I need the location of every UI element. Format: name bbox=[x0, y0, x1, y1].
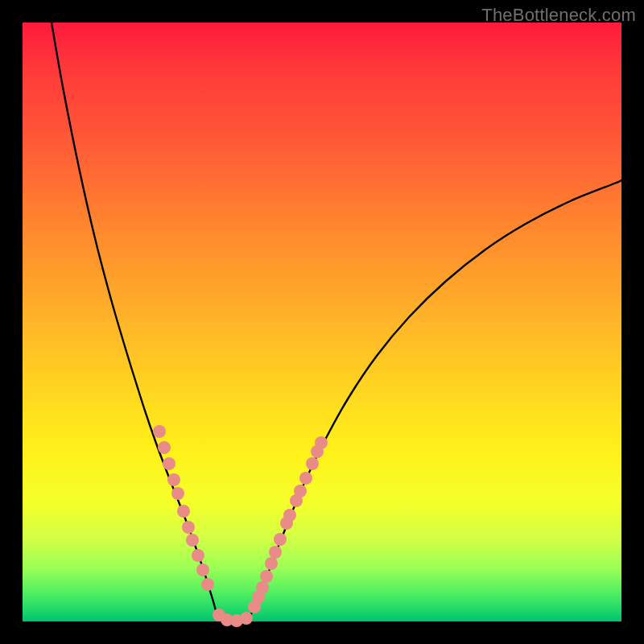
data-point bbox=[283, 509, 296, 522]
data-point bbox=[274, 533, 287, 546]
data-point bbox=[171, 487, 184, 500]
dots-group bbox=[153, 425, 328, 627]
data-point bbox=[201, 578, 214, 591]
data-point bbox=[196, 564, 209, 576]
data-point bbox=[256, 581, 269, 594]
data-point bbox=[294, 485, 307, 497]
data-point bbox=[186, 534, 199, 547]
data-point bbox=[182, 521, 195, 534]
data-point bbox=[158, 441, 171, 454]
data-point bbox=[265, 557, 278, 570]
data-point bbox=[269, 546, 282, 559]
data-point bbox=[192, 549, 204, 562]
bottleneck-curve bbox=[52, 23, 621, 621]
data-point bbox=[315, 436, 328, 449]
curve-group bbox=[52, 23, 621, 621]
curve-svg bbox=[23, 23, 621, 621]
data-point bbox=[306, 457, 319, 470]
data-point bbox=[167, 473, 180, 486]
data-point bbox=[153, 425, 166, 438]
data-point bbox=[260, 570, 273, 583]
data-point bbox=[299, 472, 312, 485]
chart-frame: TheBottleneck.com bbox=[0, 0, 644, 644]
data-point bbox=[177, 505, 190, 518]
data-point bbox=[163, 457, 175, 470]
plot-area bbox=[23, 23, 621, 621]
data-point bbox=[240, 612, 253, 625]
